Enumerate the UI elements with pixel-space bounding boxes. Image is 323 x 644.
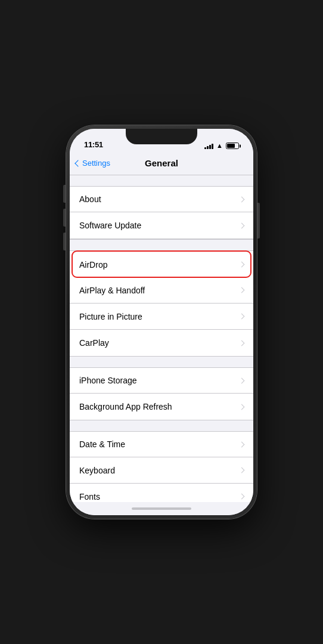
item-right-airdrop [240,262,244,267]
navigation-bar: Settings General [70,151,253,175]
section-group-1: About Software Update [70,186,253,239]
item-right-keyboard [240,468,244,472]
item-label-keyboard: Keyboard [79,466,115,475]
section-group-2: AirDrop AirPlay & Handoff Picture in Pic… [70,250,253,356]
section-group-3: iPhone Storage Background App Refresh [70,367,253,420]
wifi-icon: ▲ [216,143,223,149]
item-label-iphone-storage: iPhone Storage [79,376,137,385]
section-group-4: Date & Time Keyboard Fonts [70,431,253,502]
chevron-icon-carplay [239,340,245,346]
chevron-icon-date-time [239,441,245,447]
status-icons: ▲ [204,143,239,149]
item-label-about: About [79,194,101,204]
item-right-fonts [240,494,244,499]
battery-icon [226,143,239,149]
back-label: Settings [82,159,110,168]
settings-item-iphone-storage[interactable]: iPhone Storage [70,367,253,394]
home-bar [132,507,191,510]
section-spacer-3 [70,357,253,367]
item-label-fonts: Fonts [79,492,100,501]
back-button[interactable]: Settings [76,159,110,168]
settings-content: About Software Update [70,175,253,502]
item-right-pip [240,314,244,318]
chevron-icon-airplay-handoff [239,287,245,293]
settings-item-carplay[interactable]: CarPlay [70,330,253,356]
chevron-icon-iphone-storage [239,377,245,383]
item-right-airplay-handoff [240,288,244,292]
home-indicator [70,502,253,515]
phone-frame: 11:51 ▲ Settings General [66,125,257,519]
settings-item-keyboard[interactable]: Keyboard [70,457,253,484]
chevron-icon-software-update [239,222,245,228]
settings-item-software-update[interactable]: Software Update [70,212,253,239]
item-label-airdrop: AirDrop [79,260,107,270]
item-label-pip: Picture in Picture [79,312,142,321]
section-spacer-1 [70,175,253,186]
section-spacer-2 [70,240,253,250]
section-spacer-4 [70,420,253,431]
item-label-background-refresh: Background App Refresh [79,402,172,411]
item-right-carplay [240,341,244,345]
settings-item-fonts[interactable]: Fonts [70,484,253,502]
item-right-background-refresh [240,405,244,409]
phone-screen: 11:51 ▲ Settings General [70,129,253,515]
item-right-iphone-storage [240,379,244,383]
item-label-software-update: Software Update [79,221,141,230]
settings-item-pip[interactable]: Picture in Picture [70,304,253,330]
item-label-airplay-handoff: AirPlay & Handoff [79,286,145,295]
item-right-software-update [240,224,244,228]
signal-icon [204,143,213,149]
settings-item-background-refresh[interactable]: Background App Refresh [70,394,253,420]
page-title: General [145,158,178,168]
settings-item-about[interactable]: About [70,186,253,212]
settings-item-airdrop[interactable]: AirDrop [72,251,251,277]
notch [126,129,197,144]
item-label-date-time: Date & Time [79,439,125,449]
battery-fill [227,144,235,148]
chevron-icon-background-refresh [239,404,245,410]
chevron-icon-pip [239,314,245,320]
chevron-icon-about [239,196,245,202]
settings-item-airplay-handoff[interactable]: AirPlay & Handoff [70,277,253,304]
chevron-icon-keyboard [239,467,245,473]
chevron-icon-fonts [239,494,245,500]
back-chevron-icon [74,160,81,166]
item-label-carplay: CarPlay [79,338,109,348]
status-time: 11:51 [84,140,103,149]
chevron-icon-airdrop [239,262,245,268]
item-right-date-time [240,442,244,447]
airdrop-row-wrapper: AirDrop [70,250,253,277]
settings-item-date-time[interactable]: Date & Time [70,431,253,457]
item-right-about [240,197,244,202]
